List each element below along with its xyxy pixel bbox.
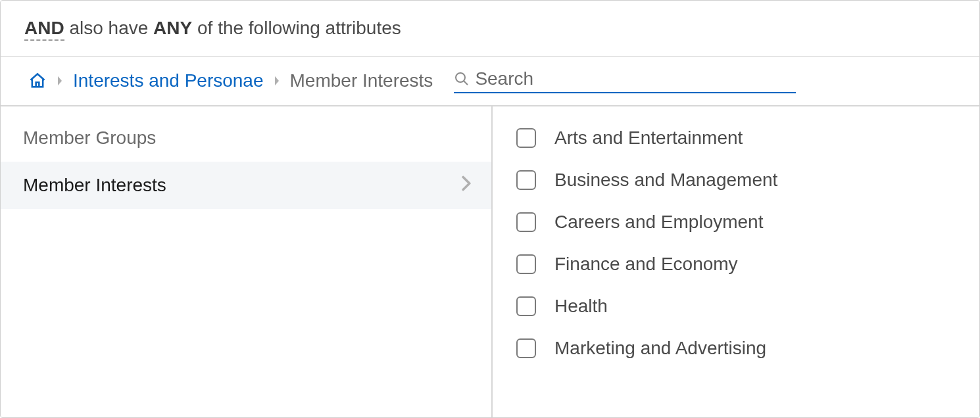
header-text-end: of the following attributes — [192, 18, 401, 38]
svg-line-3 — [464, 81, 468, 85]
checkbox[interactable] — [516, 296, 536, 316]
checkbox[interactable] — [516, 170, 536, 190]
keyword-and[interactable]: AND — [24, 18, 64, 41]
checkbox[interactable] — [516, 338, 536, 358]
search-icon — [454, 71, 470, 87]
search-field[interactable] — [454, 68, 796, 93]
option-label: Arts and Entertainment — [554, 128, 743, 149]
condition-header: AND also have ANY of the following attri… — [1, 1, 979, 57]
breadcrumb-separator-icon — [56, 76, 64, 86]
category-item-label: Member Interests — [23, 175, 166, 196]
checkbox[interactable] — [516, 212, 536, 232]
options-list: Arts and Entertainment Business and Mana… — [493, 106, 979, 417]
option-finance-and-economy[interactable]: Finance and Economy — [493, 243, 979, 285]
option-business-and-management[interactable]: Business and Management — [493, 159, 979, 201]
breadcrumb-link-interests-personae[interactable]: Interests and Personae — [73, 70, 264, 91]
audience-attribute-panel: AND also have ANY of the following attri… — [0, 0, 980, 418]
category-list: Member Groups Member Interests — [1, 106, 493, 417]
option-label: Marketing and Advertising — [554, 338, 766, 359]
option-label: Finance and Economy — [554, 254, 738, 275]
category-item-member-interests[interactable]: Member Interests — [1, 162, 491, 209]
keyword-any: ANY — [153, 18, 192, 38]
chevron-right-icon — [461, 175, 472, 196]
option-arts-and-entertainment[interactable]: Arts and Entertainment — [493, 117, 979, 159]
checkbox[interactable] — [516, 254, 536, 274]
search-input[interactable] — [475, 68, 796, 89]
option-label: Careers and Employment — [554, 212, 763, 233]
option-health[interactable]: Health — [493, 285, 979, 327]
option-label: Business and Management — [554, 170, 777, 191]
header-text-mid: also have — [64, 18, 153, 38]
option-marketing-and-advertising[interactable]: Marketing and Advertising — [493, 327, 979, 369]
svg-point-2 — [456, 73, 465, 82]
category-item-label: Member Groups — [23, 128, 156, 149]
home-icon[interactable] — [28, 72, 47, 90]
breadcrumb-search-row: Interests and Personae Member Interests — [1, 57, 979, 106]
breadcrumb-current: Member Interests — [290, 70, 433, 91]
category-item-member-groups[interactable]: Member Groups — [1, 114, 491, 162]
option-careers-and-employment[interactable]: Careers and Employment — [493, 201, 979, 243]
svg-marker-0 — [58, 76, 62, 85]
content-area: Member Groups Member Interests Arts and … — [1, 106, 979, 417]
checkbox[interactable] — [516, 128, 536, 148]
breadcrumb-separator-icon — [273, 76, 281, 86]
svg-marker-1 — [275, 76, 279, 85]
option-label: Health — [554, 296, 608, 317]
